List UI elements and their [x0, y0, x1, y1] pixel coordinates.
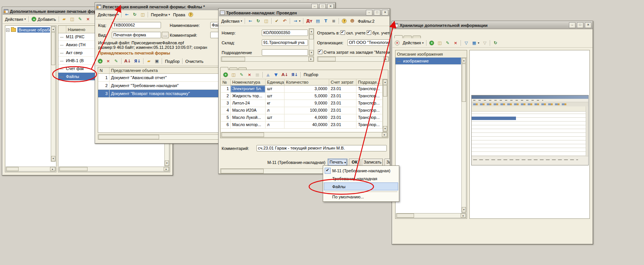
actions-menu-button[interactable]: Действия: [402, 40, 425, 45]
add-icon[interactable]: +: [97, 58, 104, 64]
scroll-down-button[interactable]: [51, 156, 55, 161]
sort-desc-icon[interactable]: Я↓: [290, 72, 299, 78]
division-field[interactable]: [262, 49, 308, 56]
pick-button[interactable]: Подбор: [164, 59, 181, 64]
close-record-icon[interactable]: ×: [394, 40, 401, 46]
maximize-button[interactable]: [577, 22, 583, 28]
tree-vertical-scrollbar[interactable]: [51, 26, 56, 162]
close-button[interactable]: [585, 22, 591, 28]
scrollbar-thumb[interactable]: [397, 214, 414, 218]
save-close-icon[interactable]: ←: [123, 12, 130, 18]
cell-cost-account[interactable]: 23.01: [329, 86, 356, 92]
cell[interactable]: 2: [98, 82, 109, 89]
report-icon[interactable]: ▤: [314, 18, 321, 24]
list-horizontal-scrollbar[interactable]: [59, 167, 169, 171]
menu-item-files[interactable]: Файлы: [324, 182, 398, 190]
cell-nomenclature[interactable]: Масло И20А: [231, 107, 266, 114]
cell-division[interactable]: Транспор...: [356, 107, 383, 114]
scrollbar-track[interactable]: [221, 57, 308, 61]
scrollbar-thumb[interactable]: [318, 57, 336, 61]
expand-icon[interactable]: [6, 28, 9, 32]
cell-division[interactable]: Транспор...: [356, 86, 383, 92]
grid-horizontal-scrollbar[interactable]: [221, 132, 388, 137]
menu-item-default[interactable]: По умолчанию...: [324, 193, 398, 201]
copy-icon[interactable]: ◫: [230, 72, 237, 78]
scroll-up-button[interactable]: [383, 80, 387, 85]
cell-cost-account[interactable]: 23.01: [329, 122, 356, 128]
files-count-label[interactable]: Файлы:2: [356, 19, 375, 24]
code-field[interactable]: ТКВ000062: [112, 22, 161, 28]
cell-nomenclature[interactable]: Масло Лукой...: [231, 114, 266, 121]
header-vertical-scrollbar[interactable]: [309, 28, 314, 56]
scrollbar-track[interactable]: [396, 214, 461, 218]
close-form-button[interactable]: Закрыть: [385, 159, 390, 166]
column-header[interactable]: Номенклатура: [231, 79, 266, 85]
print-button[interactable]: Печать: [328, 159, 347, 166]
header-left-scrollbar[interactable]: [221, 56, 314, 62]
scroll-right-button[interactable]: [461, 214, 466, 218]
goto-menu-button[interactable]: Перейти: [150, 12, 171, 17]
cell-unit[interactable]: шт: [266, 93, 284, 100]
menu-item-m11[interactable]: М-11 (Требование-накладная): [324, 167, 398, 175]
scrollbar-thumb[interactable]: [6, 167, 19, 171]
column-header-description[interactable]: Описание изображения: [395, 52, 444, 56]
scrollbar-track[interactable]: [6, 167, 50, 171]
scrollbar-track[interactable]: [383, 85, 387, 126]
load-file-icon[interactable]: ▰: [145, 58, 152, 64]
titlebar[interactable]: Требование-накладная: Проведен: [219, 9, 389, 17]
delete-icon[interactable]: ×: [452, 40, 459, 46]
kind-choose-button[interactable]: …: [162, 32, 169, 38]
grid-row[interactable]: 4 Масло И20А л 100,0000 23.01 Транспор..…: [221, 107, 383, 114]
actions-menu-button[interactable]: Действия: [4, 17, 27, 22]
scrollbar-thumb[interactable]: [309, 34, 314, 39]
scrollbar-thumb[interactable]: [462, 64, 466, 102]
cell-nomenclature[interactable]: Масло мотор...: [231, 122, 266, 128]
cell-number[interactable]: 2: [221, 93, 231, 100]
preview-image[interactable]: [471, 95, 589, 165]
column-header[interactable]: Подразде...: [356, 79, 383, 85]
delete-icon[interactable]: ×: [246, 72, 253, 78]
list-item[interactable]: изображение: [395, 58, 461, 65]
tree-item-external-processings[interactable]: Внешние обработ: [6, 26, 50, 33]
cell-number[interactable]: 5: [221, 114, 231, 121]
dtkt-icon[interactable]: Дт: [305, 18, 313, 24]
reread-icon[interactable]: ↻: [131, 12, 138, 18]
scroll-right-button[interactable]: [382, 132, 387, 137]
cell-quantity[interactable]: 9,0000: [284, 100, 329, 107]
refresh-icon[interactable]: ↻: [492, 40, 499, 46]
view-settings-icon[interactable]: ▦: [470, 40, 480, 46]
delete-icon[interactable]: ×: [105, 58, 112, 64]
copy-icon[interactable]: ◫: [263, 18, 270, 24]
edit-icon[interactable]: ✎: [113, 58, 120, 64]
header-right-scrollbar[interactable]: [317, 56, 389, 62]
cell-division[interactable]: Транспор...: [356, 122, 383, 128]
cost-accounts-checkbox[interactable]: [318, 50, 322, 54]
cell-unit[interactable]: шт: [266, 114, 284, 121]
column-header[interactable]: Счет затрат: [329, 79, 356, 85]
filter-settings-icon[interactable]: ▽: [463, 40, 470, 46]
maximize-button[interactable]: [374, 10, 380, 16]
cell-division[interactable]: Транспор...: [356, 114, 383, 121]
copy-icon[interactable]: ◫: [139, 12, 146, 18]
cell-quantity[interactable]: 5,0000: [284, 93, 329, 100]
cell-number[interactable]: 1: [221, 86, 231, 92]
cell-nomenclature[interactable]: Электролит 5л.: [231, 86, 266, 92]
cell-number[interactable]: 4: [221, 107, 231, 114]
book-accounting-checkbox[interactable]: [367, 30, 371, 35]
actions-menu-button[interactable]: Действия: [97, 12, 120, 17]
scrollbar-track[interactable]: [317, 57, 383, 61]
scrollbar-thumb[interactable]: [383, 85, 387, 97]
write-button[interactable]: Записать: [362, 159, 383, 166]
unpost-document-icon[interactable]: ↶: [281, 18, 288, 24]
number-field[interactable]: КОЛ00000350: [262, 30, 308, 36]
edit-icon[interactable]: ✎: [444, 40, 451, 46]
save-file-icon[interactable]: ▣: [153, 58, 160, 64]
cell-unit[interactable]: кг: [266, 100, 284, 107]
scrollbar-thumb[interactable]: [98, 135, 159, 139]
cell-division[interactable]: Транспор...: [356, 100, 383, 107]
close-button[interactable]: [382, 10, 388, 16]
add-button[interactable]: +Добавить: [30, 16, 57, 22]
move-down-icon[interactable]: ▼: [272, 72, 280, 78]
cell-number[interactable]: 3: [221, 100, 231, 107]
new-group-icon[interactable]: ▰: [61, 16, 68, 22]
